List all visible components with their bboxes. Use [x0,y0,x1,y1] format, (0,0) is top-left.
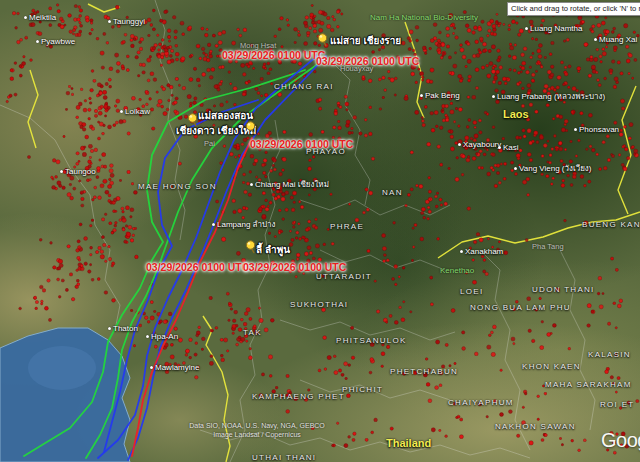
trajectory-time-label: 03/29/2026 0100 UTC [146,262,249,273]
town-label-minor: Pai [204,140,215,148]
town-label: Vang Vieng (วังเวียง) [514,165,591,173]
place-dot-icon [150,366,153,369]
placemark-label: ลี้ ลำพูน [256,245,290,255]
town-label: Xanakham [460,248,503,256]
region-label: LOEI [460,288,483,296]
trajectory-time-label: 03/29/2026 0100 UTC [222,50,325,61]
protected-area-label: Nam Ha National Bio-Diversity [370,14,478,22]
region-label: NAN [382,189,403,197]
town-label: Thaton [108,325,138,333]
rotate-hint-tooltip: Click and drag to rotate, or click 'N' t… [507,2,640,16]
town-label-minor: Pha Tang [532,243,564,251]
place-dot-icon [250,183,253,186]
pushpin-icon[interactable] [187,112,203,128]
region-label: PHITSANULOK [336,337,407,345]
region-label: UTTARADIT [316,273,372,281]
region-label: UDON THANI [532,286,595,294]
trajectory-time-label: 03/29/2026 0100 UTC [243,262,346,273]
region-label: PHETCHABUN [390,368,458,376]
town-label: Kasi [498,144,519,152]
town-label: Chiang Mai เชียงใหม่ [250,181,329,189]
place-dot-icon [24,16,27,19]
place-dot-icon [60,170,63,173]
town-label: Xayaboury [458,141,501,149]
town-label: Taungoo [60,168,96,176]
town-label: Muang Xai [594,36,637,44]
region-label: PHRAE [330,223,364,231]
place-dot-icon [146,335,149,338]
region-label: TAK [243,329,262,337]
town-label: Hpa-An [146,333,178,341]
region-label: NAKHON SAWAN [495,423,576,431]
place-dot-icon [212,223,215,226]
region-label: CHIANG RAI [274,83,334,91]
google-logo: Google [601,429,640,452]
place-dot-icon [460,250,463,253]
place-dot-icon [108,20,111,23]
place-dot-icon [420,94,423,97]
trajectory-time-label: 03/29/2026 0100 UTC [250,139,353,150]
region-label: PHICHIT [342,386,383,394]
pushpin-icon[interactable] [245,120,261,136]
pushpin-icon[interactable] [245,239,261,255]
town-label: Loikaw [120,108,150,116]
town-label: Phonsavan [574,126,619,134]
place-dot-icon [120,110,123,113]
place-dot-icon [574,128,577,131]
town-label: Luang Namtha [525,25,582,33]
region-label: UTHAI THANI [252,454,316,462]
town-label: Meiktila [24,14,56,22]
place-dot-icon [36,40,39,43]
place-dot-icon [458,143,461,146]
region-label: NONG BUA LAM PHU [470,304,571,312]
place-dot-icon [594,38,597,41]
region-label: KHON KAEN [522,363,581,371]
trajectory-time-label: 03/29/2026 0100 UTC [316,56,419,67]
region-label: CHAIYAPHUM [448,399,514,407]
earth-map[interactable]: CHIANG RAIMAE HONG SONPHAYAONANPHRAEUTTA… [0,0,640,462]
region-label: MAHA SARAKHAM [545,381,632,389]
town-label: Taunggyi [108,18,145,26]
region-label: SUKHOTHAI [290,301,348,309]
town-label: Pyawbwe [36,38,75,46]
attribution-line2: Image Landsat / Copernicus [172,431,342,440]
map-attribution: Data SIO, NOAA, U.S. Navy, NGA, GEBCO Im… [172,422,342,440]
country-label: Laos [503,109,529,120]
region-label: BUENG KAN [582,221,640,229]
town-label: Mawlamyine [150,364,199,372]
protected-area-label: Kenethao [440,267,474,275]
place-dot-icon [514,167,517,170]
country-label: Thailand [386,438,431,449]
region-label: KALASIN [588,351,631,359]
place-dot-icon [108,327,111,330]
place-dot-icon [492,95,495,98]
place-dot-icon [525,27,528,30]
town-label: Lampang ลำปาง [212,221,275,229]
attribution-line1: Data SIO, NOAA, U.S. Navy, NGA, GEBCO [172,422,342,431]
region-label: ROI ET [600,401,634,409]
region-label: MAE HONG SON [138,183,217,191]
town-label: Luang Prabang (หลวงพระบาง) [492,93,605,101]
region-label: KAMPHAENG PHET [252,393,345,401]
town-label: Pak Beng [420,92,460,100]
pushpin-icon[interactable] [317,32,333,48]
place-dot-icon [498,146,501,149]
placemark-label: แม่สาย เชียงราย [330,36,401,46]
